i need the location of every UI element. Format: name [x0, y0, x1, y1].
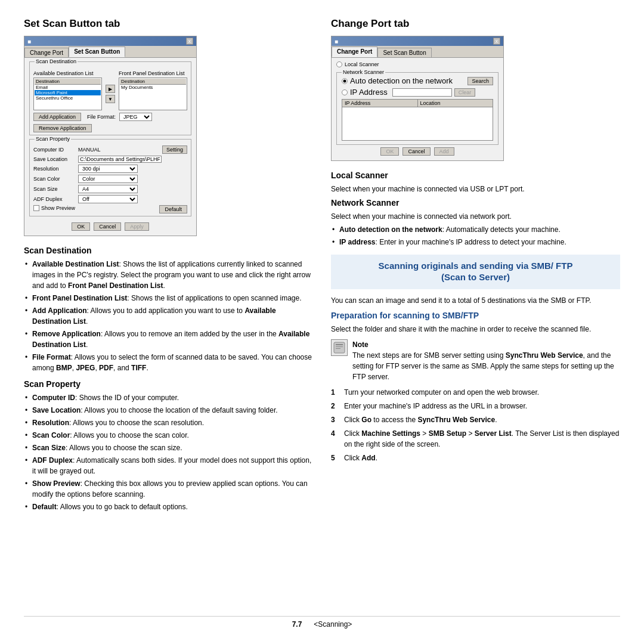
front-panel-listbox[interactable]: Destination My Documents [119, 78, 187, 110]
setting-btn[interactable]: Setting [162, 145, 187, 154]
save-location-input[interactable] [78, 156, 162, 163]
front-panel-item-docs[interactable]: My Documents [120, 85, 186, 90]
available-dest-col: Available Destination List Destination E… [33, 70, 102, 110]
prep-title: Preparation for scanning to SMB/FTP [331, 311, 620, 320]
step-2-text: Enter your machine's IP address as the U… [344, 401, 527, 411]
network-scanner-section-title: Network Scanner [331, 198, 620, 208]
note-svg-icon [333, 341, 346, 354]
ip-address-label: IP Address [350, 88, 388, 97]
scan-size-row: Scan Size A4 [33, 185, 187, 193]
bullet-show-preview: Show Preview: Checking this box allows y… [24, 478, 313, 500]
resolution-label: Resolution [33, 166, 78, 172]
highlight-title-line1: Scanning originals and sending via SMB/ … [338, 261, 613, 271]
scan-size-label: Scan Size [33, 186, 78, 192]
note-content: Note The next steps are for SMB server s… [352, 339, 620, 382]
ok-btn[interactable]: OK [72, 222, 90, 231]
show-preview-label: Show Preview [41, 205, 75, 211]
file-format-row: File Format: JPEG [87, 113, 152, 121]
avail-header: Destination [35, 79, 101, 85]
auto-detect-radio[interactable] [342, 78, 348, 84]
highlight-section: Scanning originals and sending via SMB/ … [331, 255, 620, 289]
network-scanner-text: Select when your machine is connected vi… [331, 211, 620, 222]
tab-set-scan-button[interactable]: Set Scan Button [69, 47, 125, 57]
smb-ftp-intro: You can scan an image and send it to a t… [331, 295, 620, 306]
svg-rect-3 [336, 348, 340, 349]
change-port-close-btn[interactable]: x [493, 38, 501, 45]
cp-add-btn[interactable]: Add [434, 147, 454, 156]
cp-cancel-btn[interactable]: Cancel [402, 147, 430, 156]
arrow-down-btn[interactable]: ▼ [106, 95, 115, 103]
avail-item-email[interactable]: Email [35, 85, 101, 90]
avail-item-securethru[interactable]: Securethru Office [35, 95, 101, 101]
bullet-auto-detect: Auto detection on the network: Automatic… [331, 224, 620, 235]
location-col-header: Location [418, 100, 493, 107]
search-btn[interactable]: Search [467, 77, 493, 85]
footer-section: <Scanning> [314, 620, 352, 628]
cp-ok-btn[interactable]: OK [380, 147, 399, 156]
scan-destination-title: Scan Destination [24, 246, 313, 255]
ip-radio[interactable] [342, 89, 348, 95]
clear-btn[interactable]: Clear [454, 88, 476, 97]
dialog-titlebar: ■ x [24, 36, 196, 46]
file-format-select[interactable]: JPEG [119, 113, 152, 121]
auto-detect-row: Auto detection on the network Search [342, 76, 493, 85]
scan-destination-group: Scan Destination Available Destination L… [29, 61, 191, 135]
avail-dest-listbox[interactable]: Destination Email Microsoft Paint Secure… [33, 78, 102, 110]
arrow-col: ▶ ▼ [106, 70, 115, 110]
dialog-icon: ■ [27, 38, 31, 45]
svg-rect-2 [336, 346, 343, 347]
arrow-right-btn[interactable]: ▶ [106, 85, 115, 93]
ip-table: IP Address Location [342, 99, 493, 141]
left-column: Set Scan Button tab ■ x Change Port Set … [24, 18, 313, 616]
step-1-text: Turn your networked computer on and open… [344, 387, 539, 398]
note-bold-syncthru: SyncThru Web Service [506, 351, 583, 360]
ip-table-header: IP Address Location [342, 100, 493, 107]
highlight-title-line2: (Scan to Server) [338, 272, 613, 282]
resolution-row: Resolution 300 dpi [33, 165, 187, 173]
tab-change-port-right[interactable]: Change Port [332, 47, 377, 57]
avail-item-paint[interactable]: Microsoft Paint [35, 90, 101, 95]
bullet-front-panel: Front Panel Destination List: Shows the … [24, 293, 313, 304]
front-panel-label: Front Panel Destination List [119, 70, 187, 76]
apply-btn[interactable]: Apply [125, 222, 149, 231]
show-preview-checkbox[interactable] [33, 205, 39, 211]
scan-property-title: Scan Property [24, 379, 313, 389]
front-panel-col: Front Panel Destination List Destination… [119, 70, 187, 110]
save-location-row: Save Location [33, 156, 187, 163]
resolution-select[interactable]: 300 dpi [78, 165, 138, 173]
bullet-bold-jpeg: JPEG [76, 364, 95, 372]
save-location-label: Save Location [33, 156, 78, 162]
dialog-close-button[interactable]: x [186, 38, 194, 45]
step-1: 1 Turn your networked computer on and op… [331, 387, 620, 398]
note-icon [331, 339, 348, 356]
destination-row: Available Destination List Destination E… [33, 70, 187, 110]
bullet-bold-avail: Available Destination List [32, 260, 119, 268]
network-group-title: Network Scanner [342, 69, 385, 75]
local-scanner-text: Select when your machine is connected vi… [331, 184, 620, 194]
ip-address-row: IP Address Clear [342, 88, 493, 97]
scan-color-select[interactable]: Color [78, 175, 138, 183]
default-btn[interactable]: Default [159, 205, 187, 213]
local-scanner-row: Local Scanner [336, 61, 499, 67]
dialog-footer: OK Cancel Apply [29, 220, 191, 232]
bullet-adf-duplex: ADF Duplex: Automatically scans both sid… [24, 455, 313, 476]
bullet-ip-address: IP address: Enter in your machine's IP a… [331, 237, 620, 247]
bullet-scan-color: Scan Color: Allows you to choose the sca… [24, 430, 313, 441]
scan-destination-group-title: Scan Destination [35, 58, 78, 64]
tab-set-scan-right[interactable]: Set Scan Button [377, 48, 431, 57]
auto-detect-label: Auto detection on the network [350, 76, 465, 85]
change-port-footer: OK Cancel Add [336, 145, 499, 157]
tab-change-port[interactable]: Change Port [24, 48, 69, 57]
change-port-icon: ■ [335, 38, 338, 45]
add-remove-row: Add Application File Format: JPEG [33, 113, 187, 121]
remove-application-btn[interactable]: Remove Application [33, 124, 92, 132]
cancel-btn[interactable]: Cancel [94, 222, 121, 231]
bullet-add-app: Add Application: Allows you to add appli… [24, 305, 313, 327]
change-port-body: Local Scanner Network Scanner Auto detec… [332, 58, 503, 160]
bullet-bold-fp: Front Panel Destination List [32, 294, 127, 302]
add-application-btn[interactable]: Add Application [33, 113, 81, 121]
adf-duplex-select[interactable]: Off [78, 195, 138, 203]
local-scanner-radio[interactable] [336, 61, 342, 67]
ip-address-input[interactable] [392, 88, 452, 97]
scan-size-select[interactable]: A4 [78, 185, 138, 193]
